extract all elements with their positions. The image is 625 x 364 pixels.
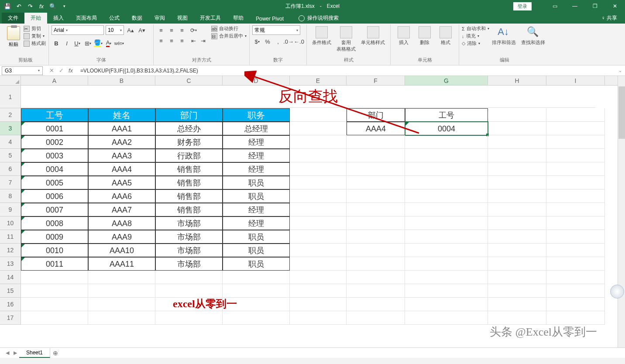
cell-I3[interactable]	[546, 122, 605, 135]
title-cell[interactable]: 反向查找	[21, 86, 595, 108]
cell-A3[interactable]: 0001	[21, 122, 88, 135]
row-header-13[interactable]: 13	[0, 257, 21, 271]
cell-F12[interactable]	[347, 244, 405, 257]
cell-C10[interactable]: 市场部	[155, 216, 223, 230]
currency-button[interactable]: $▾	[252, 37, 262, 46]
border-button[interactable]: ⊞▾	[83, 38, 93, 48]
col-header-E[interactable]: E	[290, 76, 347, 85]
align-right-button[interactable]: ≡	[177, 36, 187, 45]
merge-center-button[interactable]: ⊟合并后居中▾	[211, 33, 247, 39]
redo-icon[interactable]: ↷	[25, 1, 35, 11]
cell-G10[interactable]	[405, 216, 488, 230]
cell-G7[interactable]	[405, 176, 488, 189]
cell-H13[interactable]	[488, 257, 546, 271]
undo-icon[interactable]: ↶	[14, 1, 24, 11]
sheet-tab-1[interactable]: Sheet1	[19, 348, 50, 358]
cell-A2[interactable]: 工号	[21, 108, 88, 122]
tell-me-search[interactable]: 操作说明搜索	[299, 14, 339, 24]
cut-button[interactable]: ✂剪切	[24, 25, 46, 32]
row-header-9[interactable]: 9	[0, 203, 21, 216]
cell-G13[interactable]	[405, 257, 488, 271]
cell-G11[interactable]	[405, 230, 488, 244]
cell-H11[interactable]	[488, 230, 546, 244]
autosum-button[interactable]: Σ自动求和▾	[462, 25, 489, 32]
name-box[interactable]: G3▾	[2, 66, 43, 75]
cell-I12[interactable]	[546, 244, 605, 257]
fill-color-button[interactable]: 🪣▾	[93, 38, 103, 48]
tab-view[interactable]: 视图	[171, 13, 194, 24]
cell-C6[interactable]: 销售部	[155, 162, 223, 176]
bold-button[interactable]: B	[52, 38, 61, 48]
cell-I8[interactable]	[546, 189, 605, 203]
cell-E8[interactable]	[290, 189, 347, 203]
align-top-button[interactable]: ≡	[156, 25, 166, 35]
cell-F7[interactable]	[347, 176, 405, 189]
col-header-G[interactable]: G	[405, 76, 488, 85]
cell-H9[interactable]	[488, 203, 546, 216]
tab-file[interactable]: 文件	[2, 13, 24, 24]
col-header-A[interactable]: A	[21, 76, 88, 85]
cell-B10[interactable]: AAA8	[88, 216, 155, 230]
cell-I11[interactable]	[546, 230, 605, 244]
conditional-formatting-button[interactable]: 条件格式	[309, 25, 334, 47]
cell-A9[interactable]: 0007	[21, 203, 88, 216]
tab-data[interactable]: 数据	[126, 13, 148, 24]
col-header-D[interactable]: D	[223, 76, 290, 85]
shrink-font-button[interactable]: A▾	[137, 25, 147, 35]
cell-A4[interactable]: 0002	[21, 135, 88, 149]
cell-G4[interactable]	[405, 135, 488, 149]
cell-B3[interactable]: AAA1	[88, 122, 155, 135]
cell-F10[interactable]	[347, 216, 405, 230]
cell-E6[interactable]	[290, 162, 347, 176]
qat-more-icon[interactable]: ▾	[59, 1, 69, 11]
cell-I4[interactable]	[546, 135, 605, 149]
cell-E3[interactable]	[290, 122, 347, 135]
new-sheet-button[interactable]: ⊕	[50, 350, 61, 357]
format-cells-button[interactable]: 格式	[435, 25, 456, 47]
expand-formula-bar-button[interactable]: ⌄	[615, 68, 625, 73]
row-header-11[interactable]: 11	[0, 230, 21, 244]
cell-F4[interactable]	[347, 135, 405, 149]
cell-F11[interactable]	[347, 230, 405, 244]
cell-I6[interactable]	[546, 162, 605, 176]
orientation-button[interactable]: ⟳▾	[189, 25, 198, 35]
cell-G9[interactable]	[405, 203, 488, 216]
tab-powerpivot[interactable]: Power Pivot	[250, 14, 290, 24]
align-middle-button[interactable]: ≡	[167, 25, 176, 35]
share-button[interactable]: ♀ 共享	[594, 13, 625, 24]
cell-A11[interactable]: 0009	[21, 230, 88, 244]
cell-D13[interactable]: 职员	[223, 257, 290, 271]
cell-F8[interactable]	[347, 189, 405, 203]
font-name-combo[interactable]: Arial▾	[52, 25, 104, 35]
align-bottom-button[interactable]: ≡	[177, 25, 187, 35]
close-icon[interactable]: ✕	[605, 0, 625, 12]
font-color-button[interactable]: A▾	[104, 38, 113, 48]
select-all-button[interactable]	[0, 76, 21, 85]
formula-input[interactable]: =VLOOKUP(F3,IF({1,0},B3:B13,A3:A13),2,FA…	[78, 68, 615, 74]
font-size-combo[interactable]: 10▾	[106, 25, 124, 35]
cell-D12[interactable]: 职员	[223, 244, 290, 257]
increase-indent-button[interactable]: ⇥	[198, 36, 208, 45]
cell-F2[interactable]: 部门	[347, 108, 405, 122]
cell-C9[interactable]: 销售部	[155, 203, 223, 216]
fx-qat-icon[interactable]: fx	[37, 1, 46, 11]
increase-decimal-button[interactable]: .0→	[284, 37, 293, 46]
maximize-icon[interactable]: ❐	[585, 0, 605, 12]
cell-A6[interactable]: 0004	[21, 162, 88, 176]
cell-G2[interactable]: 工号	[405, 108, 488, 122]
cell-D9[interactable]: 经理	[223, 203, 290, 216]
cell-G5[interactable]	[405, 149, 488, 162]
insert-cells-button[interactable]: 插入	[393, 25, 414, 47]
cell-H6[interactable]	[488, 162, 546, 176]
row-header-8[interactable]: 8	[0, 189, 21, 203]
col-header-I[interactable]: I	[546, 76, 605, 85]
prev-sheet-button[interactable]: ◀	[6, 350, 9, 356]
save-icon[interactable]: 💾	[3, 1, 12, 11]
italic-button[interactable]: I	[62, 38, 72, 48]
cell-C13[interactable]: 市场部	[155, 257, 223, 271]
cancel-formula-button[interactable]: ✕	[47, 67, 56, 74]
row-header-10[interactable]: 10	[0, 216, 21, 230]
cell-H4[interactable]	[488, 135, 546, 149]
col-header-C[interactable]: C	[155, 76, 223, 85]
clear-button[interactable]: ◇清除▾	[462, 40, 489, 47]
